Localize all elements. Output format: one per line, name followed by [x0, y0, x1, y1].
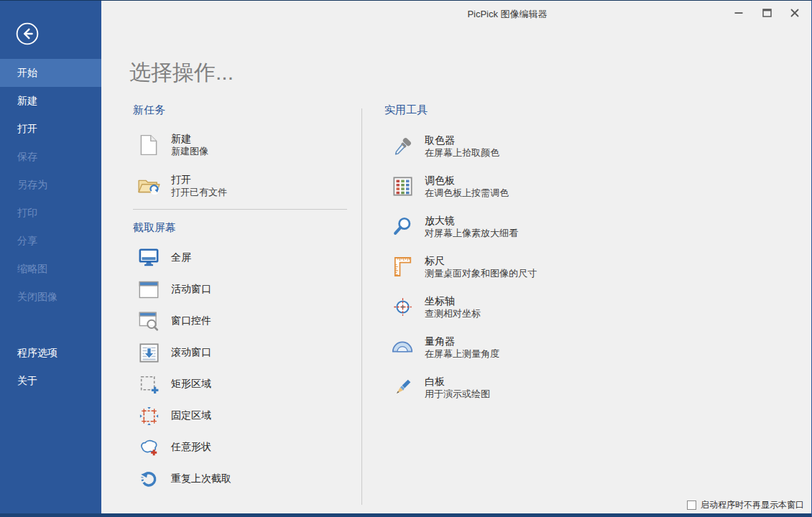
tool-text: 调色板 在调色板上按需调色	[425, 174, 509, 199]
minimize-button[interactable]	[728, 4, 749, 22]
sidebar-item-save: 保存	[0, 143, 101, 171]
tool-ruler[interactable]: 标尺 测量桌面对象和图像的尺寸	[390, 254, 537, 279]
tool-text: 放大镜 对屏幕上像素放大细看	[425, 214, 518, 239]
tool-magnifier[interactable]: 放大镜 对屏幕上像素放大细看	[390, 214, 518, 239]
sidebar: 开始 新建 打开 保存 另存为 打印 分享 缩略图 关闭图像 程序选项 关于	[0, 1, 101, 514]
new-image-icon	[137, 134, 161, 156]
capture-freehand-region[interactable]: 任意形状	[137, 437, 211, 458]
minimize-icon	[734, 9, 743, 17]
open-file-icon	[137, 176, 161, 195]
tool-whiteboard[interactable]: 白板 用于演示或绘图	[390, 375, 490, 400]
sidebar-nav: 开始 新建 打开 保存 另存为 打印 分享 缩略图 关闭图像	[0, 59, 101, 311]
column-divider	[361, 108, 362, 505]
horizontal-divider	[133, 209, 347, 210]
sidebar-item-options[interactable]: 程序选项	[0, 339, 101, 367]
window-control-icon	[137, 312, 161, 331]
tool-text: 白板 用于演示或绘图	[425, 375, 490, 400]
app-window: PicPick 图像编辑器 开始 新建 打开 保存	[0, 0, 812, 517]
startup-hide-checkbox[interactable]	[687, 500, 696, 510]
sidebar-item-about[interactable]: 关于	[0, 367, 101, 395]
sidebar-item-open[interactable]: 打开	[0, 115, 101, 143]
capture-active-window[interactable]: 活动窗口	[137, 279, 211, 300]
tool-text: 坐标轴 查测相对坐标	[425, 294, 481, 320]
tool-text: 量角器 在屏幕上测量角度	[425, 335, 499, 360]
sidebar-item-save-as: 另存为	[0, 171, 101, 199]
section-title-new-task: 新任务	[133, 103, 165, 117]
close-button[interactable]	[784, 4, 806, 22]
active-window-icon	[137, 281, 161, 299]
tool-text: 标尺 测量桌面对象和图像的尺寸	[425, 254, 537, 279]
sidebar-item-share: 分享	[0, 227, 101, 255]
section-title-utilities: 实用工具	[384, 103, 428, 117]
ruler-icon	[390, 256, 415, 277]
action-new-image[interactable]: 新建 新建图像	[137, 132, 208, 157]
action-text: 打开 打开已有文件	[171, 173, 227, 198]
sidebar-item-close-image: 关闭图像	[0, 283, 101, 311]
tool-color-picker[interactable]: 取色器 在屏幕上拾取颜色	[390, 134, 499, 159]
whiteboard-icon	[390, 378, 415, 397]
magnifier-icon	[390, 217, 415, 236]
capture-window-control[interactable]: 窗口控件	[137, 310, 211, 332]
capture-scrolling-window[interactable]: 滚动窗口	[137, 342, 211, 363]
sidebar-item-print: 打印	[0, 199, 101, 227]
rectangle-region-icon	[137, 375, 161, 394]
scrolling-window-icon	[137, 343, 161, 363]
back-button[interactable]	[14, 21, 40, 47]
capture-rectangle-region[interactable]: 矩形区域	[137, 373, 211, 395]
action-open-file[interactable]: 打开 打开已有文件	[137, 173, 227, 198]
page-title: 选择操作...	[129, 58, 234, 88]
sidebar-item-thumbnail: 缩略图	[0, 255, 101, 283]
section-title-screen-capture: 截取屏幕	[133, 221, 176, 235]
tool-crosshair[interactable]: 坐标轴 查测相对坐标	[390, 294, 481, 320]
sidebar-footer: 程序选项 关于	[0, 339, 101, 395]
close-icon	[790, 9, 799, 17]
sidebar-item-start[interactable]: 开始	[0, 59, 101, 87]
protractor-icon	[390, 341, 415, 353]
capture-fullscreen[interactable]: 全屏	[137, 247, 191, 269]
back-arrow-icon	[15, 22, 40, 46]
fullscreen-icon	[137, 248, 161, 267]
action-text: 新建 新建图像	[171, 132, 208, 157]
maximize-button[interactable]	[756, 4, 778, 22]
fixed-region-icon	[137, 406, 161, 426]
startup-hide-option[interactable]: 启动程序时不再显示本窗口	[687, 499, 804, 511]
color-palette-icon	[390, 177, 415, 196]
startup-hide-label: 启动程序时不再显示本窗口	[701, 499, 804, 511]
capture-fixed-region[interactable]: 固定区域	[137, 405, 211, 427]
tool-color-palette[interactable]: 调色板 在调色板上按需调色	[390, 174, 509, 199]
window-controls	[728, 4, 806, 22]
repeat-capture-icon	[137, 470, 161, 489]
titlebar: PicPick 图像编辑器	[101, 1, 811, 25]
crosshair-icon	[390, 297, 415, 317]
window-title: PicPick 图像编辑器	[467, 8, 547, 21]
color-picker-icon	[390, 136, 415, 156]
tool-protractor[interactable]: 量角器 在屏幕上测量角度	[390, 335, 499, 360]
tool-text: 取色器 在屏幕上拾取颜色	[425, 134, 499, 159]
capture-repeat-last[interactable]: 重复上次截取	[137, 468, 231, 490]
maximize-icon	[762, 9, 772, 17]
sidebar-item-new[interactable]: 新建	[0, 87, 101, 115]
window-bottom-border	[0, 513, 811, 517]
freehand-region-icon	[137, 439, 161, 457]
